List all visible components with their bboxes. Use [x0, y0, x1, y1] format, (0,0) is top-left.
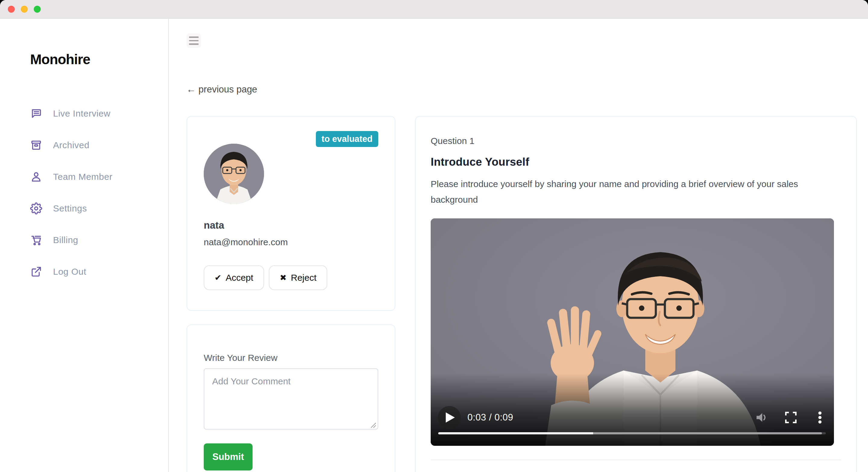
x-icon: ✖	[280, 273, 287, 282]
archive-icon	[30, 139, 42, 151]
video-time: 0:03 / 0:09	[467, 412, 513, 423]
sidebar-nav: Live Interview Archived Team Memb	[30, 98, 168, 288]
sidebar-item-log-out[interactable]: Log Out	[30, 256, 168, 288]
app-window: Monohire Live Interview Archived	[0, 0, 868, 472]
sidebar-item-live-interview[interactable]: Live Interview	[30, 98, 168, 129]
candidate-card: to evaluated	[187, 116, 396, 311]
candidate-photo	[204, 144, 264, 204]
app-logo: Monohire	[30, 51, 168, 67]
check-icon: ✔	[215, 273, 221, 282]
window-controls	[8, 6, 41, 13]
decision-buttons: ✔ Accept ✖ Reject	[204, 265, 378, 290]
question-title: Introduce Yourself	[431, 156, 841, 168]
sidebar-item-label: Archived	[53, 140, 90, 150]
status-badge: to evaluated	[316, 131, 378, 147]
cart-icon	[30, 234, 42, 246]
comment-textarea[interactable]	[204, 368, 378, 430]
hamburger-icon	[189, 36, 198, 38]
submit-review-button[interactable]: Submit	[204, 443, 253, 471]
play-icon	[446, 412, 455, 423]
minimize-window-button[interactable]	[21, 6, 28, 13]
accept-button[interactable]: ✔ Accept	[204, 265, 264, 290]
candidate-email: nata@monohire.com	[204, 237, 378, 247]
candidate-name: nata	[204, 220, 378, 231]
question-card: Question 1 Introduce Yourself Please int…	[415, 116, 857, 472]
play-button[interactable]	[438, 406, 461, 429]
sidebar-item-label: Live Interview	[53, 108, 110, 119]
chat-icon	[30, 107, 42, 120]
review-card: Write Your Review Submit	[187, 325, 396, 472]
fullscreen-icon	[785, 412, 797, 423]
question-divider	[431, 460, 841, 460]
close-window-button[interactable]	[8, 6, 15, 13]
sidebar-item-billing[interactable]: Billing	[30, 224, 168, 256]
sidebar-item-label: Settings	[53, 203, 87, 213]
left-column: to evaluated	[187, 116, 396, 472]
hamburger-menu-button[interactable]	[187, 33, 201, 48]
played-bar	[438, 432, 593, 434]
answer-video-player[interactable]: 0:03 / 0:09	[431, 218, 834, 446]
sidebar-item-team-member[interactable]: Team Member	[30, 161, 168, 193]
gear-icon	[30, 202, 42, 214]
right-column: Question 1 Introduce Yourself Please int…	[415, 116, 857, 472]
sidebar-item-label: Billing	[53, 235, 79, 245]
titlebar	[0, 0, 868, 19]
sidebar-item-settings[interactable]: Settings	[30, 193, 168, 224]
video-progress-bar[interactable]	[438, 432, 826, 434]
more-options-button[interactable]	[813, 410, 827, 425]
person-icon	[30, 171, 42, 183]
previous-page-link[interactable]: ← previous page	[187, 84, 257, 95]
avatar	[204, 144, 264, 204]
question-number: Question 1	[431, 136, 841, 146]
fullscreen-button[interactable]	[784, 410, 798, 425]
question-description: Please introduce yourself by sharing you…	[431, 176, 813, 207]
more-options-icon	[818, 411, 822, 424]
sidebar-item-label: Team Member	[53, 172, 113, 182]
logout-icon	[30, 266, 42, 278]
main-content: ← previous page to evaluated	[169, 19, 868, 472]
zoom-window-button[interactable]	[34, 6, 41, 13]
video-controls: 0:03 / 0:09	[431, 406, 834, 429]
sidebar-item-archived[interactable]: Archived	[30, 129, 168, 161]
sidebar-item-label: Log Out	[53, 267, 86, 277]
volume-button[interactable]	[755, 410, 769, 425]
volume-icon	[756, 412, 768, 423]
sidebar: Monohire Live Interview Archived	[0, 19, 169, 472]
review-label: Write Your Review	[204, 353, 378, 363]
reject-button[interactable]: ✖ Reject	[269, 265, 327, 290]
